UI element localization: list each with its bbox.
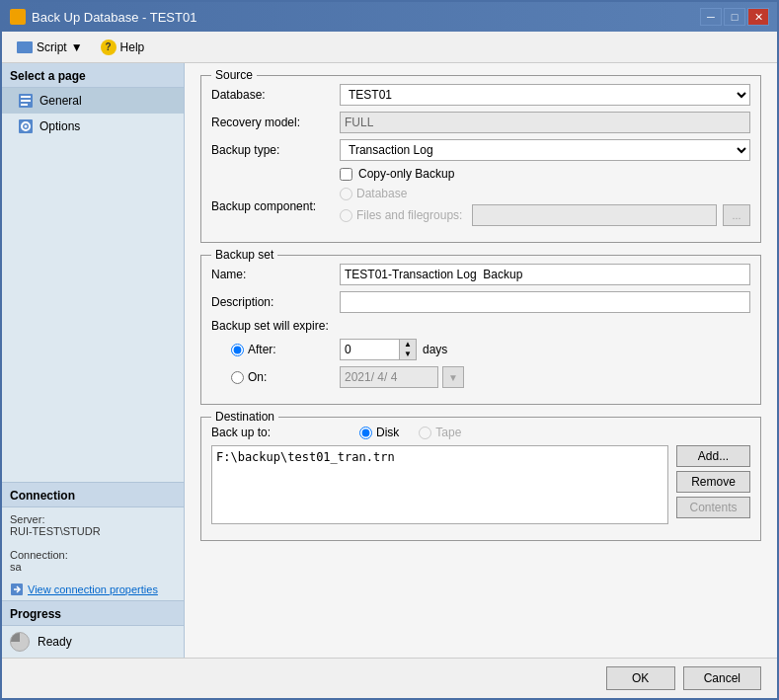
description-input[interactable] bbox=[340, 291, 750, 313]
connection-value: sa bbox=[10, 561, 176, 573]
add-button[interactable]: Add... bbox=[676, 445, 750, 467]
database-radio-label: Database bbox=[340, 187, 750, 200]
footer-bar: OK Cancel bbox=[2, 658, 777, 698]
maximize-button[interactable]: □ bbox=[724, 8, 745, 26]
database-row: Database: TEST01 bbox=[211, 84, 750, 106]
files-browse-button: ... bbox=[723, 204, 750, 226]
destination-legend: Destination bbox=[211, 410, 278, 424]
svg-point-7 bbox=[25, 125, 28, 128]
toolbar: Script ▼ ? Help bbox=[2, 32, 777, 63]
window-icon bbox=[10, 9, 26, 25]
sidebar-options-label: Options bbox=[39, 119, 80, 133]
backup-component-label: Backup component: bbox=[211, 199, 340, 213]
name-label: Name: bbox=[211, 268, 340, 281]
view-connection-link[interactable]: View connection properties bbox=[2, 579, 184, 600]
calendar-button: ▼ bbox=[442, 366, 464, 388]
sidebar-item-general[interactable]: General bbox=[2, 88, 184, 114]
help-label: Help bbox=[120, 40, 145, 54]
select-page-header: Select a page bbox=[2, 63, 184, 88]
description-row: Description: bbox=[211, 291, 750, 313]
files-radio bbox=[340, 209, 352, 222]
database-label: Database: bbox=[211, 88, 340, 102]
help-button[interactable]: ? Help bbox=[94, 37, 152, 58]
expire-label: Backup set will expire: bbox=[211, 319, 340, 333]
description-label: Description: bbox=[211, 295, 340, 309]
backup-set-legend: Backup set bbox=[211, 248, 277, 262]
view-connection-label[interactable]: View connection properties bbox=[28, 583, 158, 595]
progress-spinner bbox=[10, 632, 30, 652]
cancel-button[interactable]: Cancel bbox=[683, 666, 761, 690]
connection-icon bbox=[10, 583, 24, 596]
disk-radio-label: Disk bbox=[359, 426, 399, 439]
remove-button[interactable]: Remove bbox=[676, 471, 750, 493]
name-input[interactable] bbox=[340, 264, 750, 285]
progress-ready: Ready bbox=[2, 626, 184, 658]
connection-info: Connection: sa bbox=[2, 543, 184, 579]
destination-section: Destination Back up to: Disk Tape F:\bac… bbox=[200, 417, 761, 541]
script-label: Script bbox=[37, 40, 67, 54]
database-radio bbox=[340, 188, 352, 200]
after-row: After: ▲ ▼ days bbox=[231, 339, 750, 360]
backup-type-select[interactable]: Full Differential Transaction Log bbox=[340, 139, 750, 161]
connection-label2: Connection: bbox=[10, 549, 176, 561]
backup-type-row: Backup type: Full Differential Transacti… bbox=[211, 139, 750, 161]
source-section: Source Database: TEST01 Recovery model: … bbox=[200, 75, 761, 243]
contents-button: Contents bbox=[676, 497, 750, 518]
content-area: Source Database: TEST01 Recovery model: … bbox=[185, 63, 777, 658]
recovery-model-label: Recovery model: bbox=[211, 116, 340, 129]
ready-label: Ready bbox=[38, 635, 72, 649]
server-info: Server: RUI-TEST\STUDR bbox=[2, 507, 184, 543]
minimize-button[interactable]: ─ bbox=[700, 8, 722, 26]
recovery-model-input bbox=[340, 112, 750, 133]
tape-radio-label: Tape bbox=[419, 426, 461, 439]
back-up-to-label: Back up to: bbox=[211, 426, 340, 439]
expire-label-row: Backup set will expire: bbox=[211, 319, 750, 333]
recovery-model-row: Recovery model: bbox=[211, 112, 750, 133]
window-title: Back Up Database - TEST01 bbox=[32, 10, 196, 25]
disk-radio[interactable] bbox=[359, 427, 372, 439]
on-row: On: ▼ bbox=[231, 366, 750, 388]
backup-component-row: Backup component: Database Files and fil… bbox=[211, 187, 750, 226]
date-input bbox=[340, 366, 438, 388]
after-radio-label: After: bbox=[231, 343, 340, 356]
days-label: days bbox=[423, 343, 447, 356]
spinbox-up-button[interactable]: ▲ bbox=[400, 340, 416, 350]
copy-only-row: Copy-only Backup bbox=[211, 167, 750, 181]
dest-content-row: F:\backup\test01_tran.trn Add... Remove … bbox=[211, 445, 750, 530]
sidebar-general-label: General bbox=[39, 94, 82, 108]
spinbox-down-button[interactable]: ▼ bbox=[400, 350, 416, 359]
close-button[interactable]: ✕ bbox=[747, 8, 769, 26]
svg-rect-0 bbox=[13, 12, 23, 22]
after-radio[interactable] bbox=[231, 344, 244, 356]
script-button[interactable]: Script ▼ bbox=[10, 38, 90, 57]
tape-radio bbox=[419, 427, 431, 439]
database-select[interactable]: TEST01 bbox=[340, 84, 750, 106]
files-input bbox=[472, 204, 717, 226]
name-row: Name: bbox=[211, 264, 750, 285]
files-radio-label: Files and filegroups: bbox=[340, 208, 462, 222]
options-icon bbox=[18, 118, 34, 134]
svg-rect-4 bbox=[21, 104, 28, 106]
after-value-input[interactable] bbox=[340, 339, 399, 360]
on-radio[interactable] bbox=[231, 371, 244, 384]
copy-only-label[interactable]: Copy-only Backup bbox=[358, 167, 454, 181]
svg-rect-3 bbox=[21, 100, 31, 102]
sidebar: Select a page General Options bbox=[2, 63, 185, 658]
dest-buttons: Add... Remove Contents bbox=[676, 445, 750, 530]
on-radio-label: On: bbox=[231, 370, 340, 384]
connection-header: Connection bbox=[2, 482, 184, 507]
disk-tape-row: Back up to: Disk Tape bbox=[211, 426, 750, 439]
sidebar-item-options[interactable]: Options bbox=[2, 114, 184, 139]
server-label: Server: bbox=[10, 513, 176, 525]
destination-textarea[interactable]: F:\backup\test01_tran.trn bbox=[211, 445, 668, 524]
backup-set-section: Backup set Name: Description: Backup set… bbox=[200, 255, 761, 405]
source-legend: Source bbox=[211, 68, 257, 82]
title-bar: Back Up Database - TEST01 ─ □ ✕ bbox=[2, 2, 777, 32]
svg-rect-2 bbox=[21, 96, 31, 98]
date-row: ▼ bbox=[340, 366, 464, 388]
after-spinbox: ▲ ▼ bbox=[340, 339, 417, 360]
copy-only-checkbox[interactable] bbox=[340, 168, 352, 181]
general-icon bbox=[18, 93, 34, 109]
script-dropdown-icon: ▼ bbox=[71, 40, 83, 54]
ok-button[interactable]: OK bbox=[606, 666, 675, 690]
